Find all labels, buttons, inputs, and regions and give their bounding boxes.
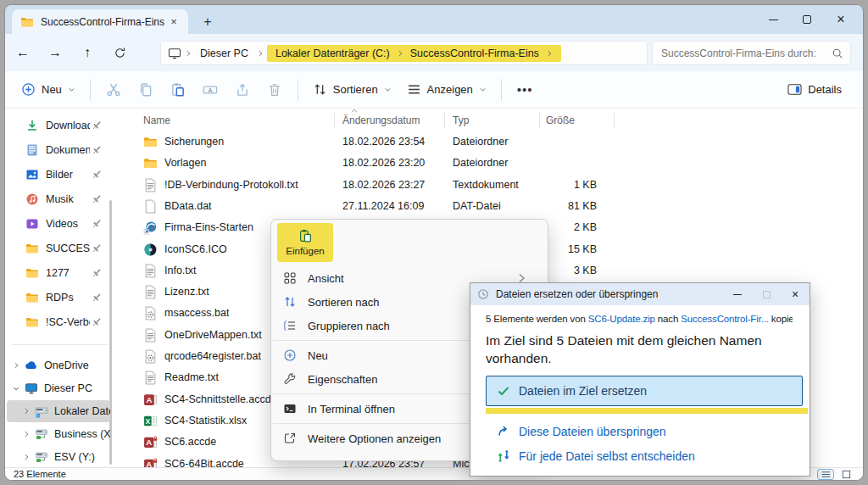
file-size: 81 KB (520, 200, 597, 212)
file-name: Firma-Eins-Starten (164, 221, 253, 233)
dialog-minimize-button[interactable] (723, 283, 752, 305)
svg-text:A: A (208, 86, 212, 93)
file-row-db-verbindung-protokoll-txt[interactable]: !DB-Verbindung-Protokoll.txt18.02.2026 2… (119, 176, 863, 197)
file-name: Readme.txt (164, 371, 219, 383)
details-pane-button[interactable]: Details (780, 77, 849, 102)
sort-button[interactable]: Sortieren (305, 77, 399, 102)
copy-line-link[interactable]: SuccessControl-Fir... (681, 314, 769, 324)
column-header-nderungsdatum[interactable]: Änderungsdatum (342, 114, 420, 126)
tree-item-onedrive[interactable]: OneDrive (7, 354, 110, 376)
dialog-title: Dateien ersetzen oder überspringen (496, 288, 723, 300)
share-button[interactable] (226, 77, 259, 103)
view-button[interactable]: Anzeigen (399, 77, 494, 102)
chevron-right-icon (22, 453, 31, 461)
chevron-right-icon (22, 430, 31, 438)
sidebar-item-videos[interactable]: Videos (7, 211, 110, 236)
bat-file-icon (143, 306, 158, 321)
column-header-typ[interactable]: Typ (453, 114, 469, 126)
pin-icon (90, 192, 103, 206)
trash-icon (267, 82, 282, 98)
tree-item-dieser-pc[interactable]: Dieser PC (7, 377, 110, 399)
sidebar-item-dokumente[interactable]: Dokumente (7, 137, 110, 162)
txt-file-icon (143, 328, 158, 343)
column-header-name[interactable]: Name (143, 114, 170, 126)
sidebar-item-downloads[interactable]: Downloads (7, 113, 110, 137)
pin-icon (90, 291, 103, 304)
dialog-option-f-r-jede-datei-selbst-entscheiden[interactable]: Für jede Datei selbst entscheiden (486, 449, 793, 463)
forward-button[interactable]: → (41, 40, 70, 65)
file-row-sicherungen[interactable]: Sicherungen18.02.2026 23:54Dateiordner (119, 132, 863, 153)
tree-item-business-x[interactable]: Business (X:) (7, 423, 110, 445)
refresh-button[interactable] (105, 40, 134, 65)
maximize-button[interactable] (790, 7, 824, 32)
wrench-icon (283, 372, 297, 386)
thumbnail-view-toggle[interactable] (837, 469, 854, 480)
pin-icon (90, 119, 103, 132)
file-name: qrcode64register.bat (164, 350, 261, 362)
breadcrumb-current-folder[interactable]: SuccessControl-Firma-Eins (407, 47, 542, 59)
items-count: 23 Elemente (14, 469, 66, 479)
folder-icon (143, 135, 158, 149)
sidebar-item-1277[interactable]: 1277 (7, 260, 110, 285)
column-header-gr-e[interactable]: Größe (546, 114, 575, 126)
breadcrumb-drive-c[interactable]: Lokaler Datenträger (C:) (272, 47, 393, 59)
folder-icon (143, 156, 158, 170)
file-row-bdata-dat[interactable]: BData.dat27.11.2024 16:09DAT-Datei81 KB (119, 197, 863, 218)
skip-icon (497, 425, 510, 438)
tree-item-label: Lokaler Datent (54, 405, 110, 417)
group-list-icon (283, 319, 297, 332)
drive-icon (35, 404, 48, 418)
more-options-button[interactable]: ••• (509, 79, 542, 100)
copy-line-link[interactable]: SC6-Update.zip (588, 314, 655, 324)
dialog-close-button[interactable]: × (781, 283, 810, 305)
paste-button[interactable] (162, 77, 194, 103)
minimize-button[interactable] (756, 7, 790, 32)
pin-icon (90, 266, 103, 280)
dialog-option-diese-dateien-berspringen[interactable]: Diese Dateien überspringen (486, 425, 793, 438)
breadcrumb[interactable]: Dieser PC Lokaler Datenträger (C:) Succe… (160, 41, 648, 65)
sidebar-item-successcoi[interactable]: SUCCESSCOI (7, 236, 110, 260)
search-box[interactable] (652, 41, 851, 65)
rename-button[interactable]: A (194, 77, 226, 103)
sidebar-item-label: Dokumente (46, 144, 90, 156)
dialog-option-label: Diese Dateien überspringen (519, 425, 666, 438)
app-shortcut-icon (143, 220, 158, 235)
sidebar-item-musik[interactable]: Musik (7, 187, 110, 211)
search-input[interactable] (659, 47, 832, 60)
scissors-icon (106, 82, 121, 98)
explorer-tab[interactable]: SuccessControl-Firma-Eins × (12, 9, 188, 34)
breadcrumb-this-pc[interactable]: Dieser PC (195, 46, 253, 61)
tab-close-icon[interactable]: × (166, 14, 181, 30)
tree-item-label: Dieser PC (44, 382, 110, 394)
sidebar-item-rdps[interactable]: RDPs (7, 285, 110, 309)
tree-item-lokaler-datent[interactable]: Lokaler Datent (7, 400, 110, 422)
back-button[interactable]: ← (8, 40, 37, 65)
context-paste-button[interactable]: Einfügen (277, 223, 333, 262)
chevron-right-icon (545, 49, 554, 58)
sidebar-item-sc-verbesse[interactable]: !SC-Verbesse (7, 309, 110, 334)
dialog-title-bar[interactable]: Dateien ersetzen oder überspringen × (470, 283, 810, 305)
new-tab-button[interactable]: + (198, 13, 217, 31)
external-arrow-icon (283, 432, 297, 445)
folder-icon (20, 15, 34, 29)
tree-item-esv-y[interactable]: ESV (Y:) (7, 446, 110, 468)
svg-text:A: A (146, 438, 152, 447)
close-button[interactable]: × (824, 7, 858, 32)
delete-button[interactable] (259, 77, 291, 103)
details-view-toggle[interactable] (817, 469, 834, 480)
dialog-option-dateien-im-ziel-ersetzen[interactable]: Dateien im Ziel ersetzen (486, 376, 803, 406)
rename-icon: A (203, 82, 218, 98)
file-row-vorlagen[interactable]: Vorlagen18.02.2026 23:20Dateiordner (119, 153, 863, 175)
folder-icon (25, 291, 39, 304)
up-button[interactable]: ↑ (73, 40, 102, 65)
file-name: SC4-Statistik.xlsx (164, 415, 247, 426)
new-button[interactable]: Neu (14, 77, 83, 102)
xlsx-icon: X (143, 414, 158, 428)
terminal-icon (283, 402, 297, 415)
dialog-option-label: Für jede Datei selbst entscheiden (519, 449, 695, 463)
copy-button[interactable] (130, 77, 162, 103)
sidebar-item-bilder[interactable]: Bilder (7, 162, 110, 187)
sidebar-item-label: !SC-Verbesse (46, 316, 90, 328)
cut-button[interactable] (97, 77, 130, 103)
file-date: 18.02.2026 23:20 (342, 157, 425, 169)
